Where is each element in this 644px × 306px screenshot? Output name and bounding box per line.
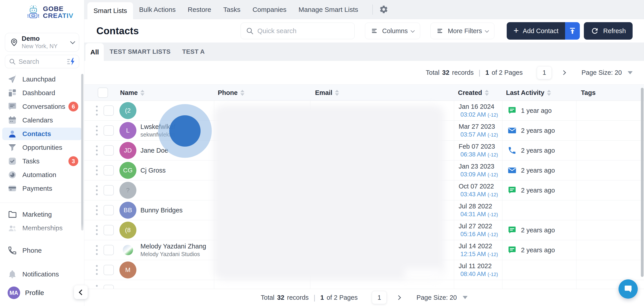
created-time[interactable]: 06:38 AM (-12) <box>459 151 498 158</box>
sidebar: GOBE CREATIV Demo New York, NY <box>0 0 84 306</box>
drag-handle-icon[interactable] <box>96 126 98 135</box>
row-checkbox[interactable] <box>104 185 114 195</box>
row-checkbox[interactable] <box>104 105 114 116</box>
total-label: Total <box>426 69 440 76</box>
plus-icon: + <box>514 26 518 35</box>
row-checkbox[interactable] <box>104 125 114 136</box>
top-nav-tab-tasks[interactable]: Tasks <box>217 0 247 19</box>
robot-logo-icon <box>26 5 40 20</box>
page-number-input[interactable] <box>372 291 386 304</box>
sidebar-collapse-button[interactable] <box>74 285 88 299</box>
sidebar-item-phone[interactable]: Phone <box>2 244 82 257</box>
row-checkbox[interactable] <box>104 245 114 255</box>
add-contact-button[interactable]: + Add Contact <box>507 22 565 40</box>
drag-handle-icon[interactable] <box>96 106 98 116</box>
drag-handle-icon[interactable] <box>96 146 98 155</box>
column-header-email[interactable]: Email <box>315 85 339 101</box>
page-size-select[interactable]: Page Size: 20 <box>416 294 457 301</box>
top-nav-tab-manage-smart-lists[interactable]: Manage Smart Lists <box>292 0 364 19</box>
sidebar-item-dashboard[interactable]: Dashboard <box>2 87 82 99</box>
column-header-tags[interactable]: Tags <box>581 85 596 101</box>
table-row[interactable] <box>84 280 644 289</box>
column-header-name[interactable]: Name <box>120 85 144 101</box>
brand-logo[interactable]: GOBE CREATIV <box>26 5 73 20</box>
location-switcher[interactable]: Demo New York, NY <box>5 33 79 52</box>
sidebar-item-label: Memberships <box>22 224 62 232</box>
drag-handle-icon[interactable] <box>96 265 98 275</box>
row-checkbox[interactable] <box>104 285 114 289</box>
top-nav-tab-smart-lists[interactable]: Smart Lists <box>88 2 133 19</box>
column-header-phone[interactable]: Phone <box>218 85 244 101</box>
created-time[interactable]: 05:16 AM (-12) <box>459 231 498 238</box>
sidebar-item-profile[interactable]: MA Profile <box>8 286 44 299</box>
dashboard-icon <box>8 88 17 98</box>
next-page-button[interactable] <box>561 70 566 75</box>
top-nav-tab-bulk-actions[interactable]: Bulk Actions <box>133 0 182 19</box>
created-time[interactable]: 03:09 AM (-12) <box>459 171 498 178</box>
sidebar-item-opportunities[interactable]: Opportunities <box>2 141 82 154</box>
sidebar-item-automation[interactable]: Automation <box>2 169 82 181</box>
created-date: Jul 27 2022 <box>459 222 498 230</box>
select-all-checkbox[interactable] <box>98 88 108 98</box>
contact-name-link[interactable]: Melody Yazdani ZhangMelody Yazdani Studi… <box>140 243 206 257</box>
drag-handle-icon[interactable] <box>96 205 98 215</box>
sidebar-item-payments[interactable]: Payments <box>2 182 82 195</box>
import-contacts-button[interactable] <box>565 22 580 40</box>
contact-name-link[interactable]: Cj Gross <box>140 167 166 174</box>
row-checkbox[interactable] <box>104 225 114 235</box>
smart-list-tab-all[interactable]: All <box>86 43 104 61</box>
row-checkbox[interactable] <box>104 145 114 156</box>
more-filters-button[interactable]: More Filters <box>430 23 494 39</box>
sidebar-search-input[interactable] <box>18 58 64 65</box>
row-checkbox[interactable] <box>104 205 114 215</box>
column-header-last-activity[interactable]: Last Activity <box>506 85 551 101</box>
sidebar-item-notifications[interactable]: Notifications <box>2 268 82 280</box>
sort-icon[interactable] <box>240 90 244 96</box>
search-icon <box>9 58 16 65</box>
created-time[interactable]: 12:15 AM (-12) <box>459 251 498 258</box>
quick-search-input[interactable] <box>258 27 350 35</box>
refresh-button[interactable]: Refresh <box>584 22 632 40</box>
created-time[interactable]: 03:43 AM (-12) <box>459 191 498 198</box>
created-time[interactable]: 08:40 AM (-12) <box>459 271 498 277</box>
sidebar-scrollbar[interactable] <box>81 74 84 230</box>
sidebar-item-memberships[interactable]: Memberships <box>2 222 82 234</box>
columns-button[interactable]: Columns <box>365 23 420 39</box>
created-time[interactable]: 04:31 AM (-12) <box>459 211 498 218</box>
sidebar-item-tasks[interactable]: Tasks3 <box>2 155 82 167</box>
sidebar-item-conversations[interactable]: Conversations6 <box>2 100 82 113</box>
page-size-select[interactable]: Page Size: 20 <box>582 69 622 76</box>
created-cell: Jul 28 202204:31 AM (-12) <box>459 203 498 218</box>
drag-handle-icon[interactable] <box>96 245 98 255</box>
column-header-created[interactable]: Created <box>458 85 489 101</box>
table-scrollbar[interactable] <box>641 88 644 277</box>
sort-icon[interactable] <box>547 90 551 96</box>
settings-gear-button[interactable] <box>378 5 389 15</box>
top-nav: Smart ListsBulk ActionsRestoreTasksCompa… <box>84 0 644 19</box>
sidebar-item-calendars[interactable]: Calendars <box>2 114 82 126</box>
next-page-button[interactable] <box>396 295 401 300</box>
sort-icon[interactable] <box>335 90 339 96</box>
quick-actions-bolt-icon[interactable] <box>67 57 75 66</box>
row-checkbox[interactable] <box>104 265 114 275</box>
chat-widget-button[interactable] <box>618 279 638 298</box>
row-checkbox[interactable] <box>104 165 114 175</box>
created-time[interactable]: 03:57 AM (-12) <box>459 131 498 138</box>
contact-name-link[interactable]: Bunny Bridges <box>140 207 183 214</box>
sidebar-item-contacts[interactable]: Contacts <box>2 128 82 140</box>
top-nav-tab-companies[interactable]: Companies <box>246 0 292 19</box>
top-nav-tab-restore[interactable]: Restore <box>182 0 217 19</box>
separator: | <box>314 293 315 302</box>
smart-list-tab-test-a[interactable]: TEST A <box>176 43 211 61</box>
sort-icon[interactable] <box>140 90 144 96</box>
drag-handle-icon[interactable] <box>96 225 98 235</box>
drag-handle-icon[interactable] <box>96 185 98 195</box>
created-time[interactable]: 03:02 AM (-12) <box>459 111 498 118</box>
drag-handle-icon[interactable] <box>96 285 98 289</box>
sort-icon[interactable] <box>485 90 489 96</box>
drag-handle-icon[interactable] <box>96 165 98 175</box>
sidebar-item-launchpad[interactable]: Launchpad <box>2 73 82 86</box>
page-number-input[interactable] <box>537 66 552 79</box>
smart-list-tab-test-smart-lists[interactable]: TEST SMART LISTS <box>104 43 176 61</box>
sidebar-item-marketing[interactable]: Marketing <box>2 208 82 221</box>
